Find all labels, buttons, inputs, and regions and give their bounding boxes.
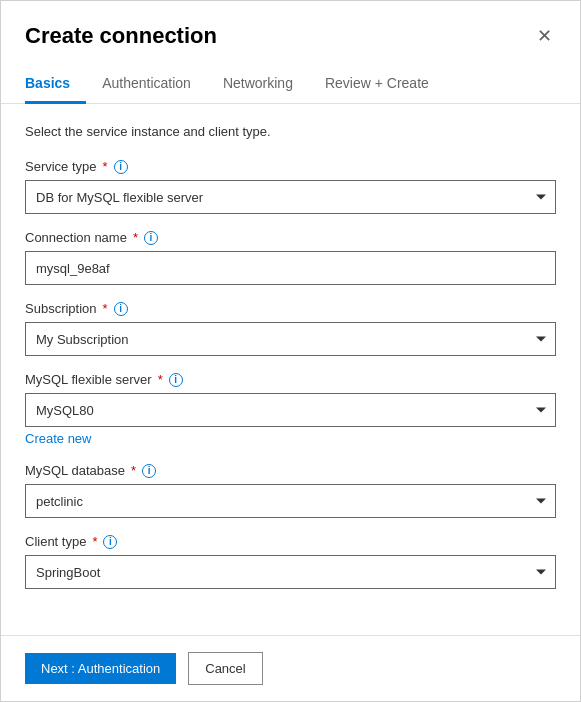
create-connection-dialog: Create connection ✕ Basics Authenticatio… (0, 0, 581, 702)
cancel-button[interactable]: Cancel (188, 652, 262, 685)
tab-review-create[interactable]: Review + Create (325, 67, 445, 104)
mysql-server-label: MySQL flexible server * i (25, 372, 556, 387)
client-type-select-wrapper: SpringBoot (25, 555, 556, 589)
tab-bar: Basics Authentication Networking Review … (1, 67, 580, 104)
client-type-label: Client type * i (25, 534, 556, 549)
required-indicator: * (103, 301, 108, 316)
service-type-select[interactable]: DB for MySQL flexible server (25, 180, 556, 214)
required-indicator: * (92, 534, 97, 549)
mysql-server-select[interactable]: MySQL80 (25, 393, 556, 427)
mysql-server-group: MySQL flexible server * i MySQL80 Create… (25, 372, 556, 447)
mysql-server-select-wrapper: MySQL80 (25, 393, 556, 427)
close-button[interactable]: ✕ (533, 21, 556, 51)
client-type-group: Client type * i SpringBoot (25, 534, 556, 589)
mysql-server-info-icon[interactable]: i (169, 373, 183, 387)
client-type-select[interactable]: SpringBoot (25, 555, 556, 589)
required-indicator: * (103, 159, 108, 174)
create-new-link[interactable]: Create new (25, 431, 91, 446)
subscription-label: Subscription * i (25, 301, 556, 316)
connection-name-info-icon[interactable]: i (144, 231, 158, 245)
tab-basics[interactable]: Basics (25, 67, 86, 104)
subscription-info-icon[interactable]: i (114, 302, 128, 316)
subscription-group: Subscription * i My Subscription (25, 301, 556, 356)
section-description: Select the service instance and client t… (25, 124, 556, 139)
mysql-database-select-wrapper: petclinic (25, 484, 556, 518)
dialog-title: Create connection (25, 23, 217, 49)
tab-networking[interactable]: Networking (223, 67, 309, 104)
service-type-group: Service type * i DB for MySQL flexible s… (25, 159, 556, 214)
service-type-info-icon[interactable]: i (114, 160, 128, 174)
dialog-body: Select the service instance and client t… (1, 104, 580, 635)
connection-name-label: Connection name * i (25, 230, 556, 245)
connection-name-input[interactable] (25, 251, 556, 285)
subscription-select[interactable]: My Subscription (25, 322, 556, 356)
required-indicator: * (133, 230, 138, 245)
mysql-database-select[interactable]: petclinic (25, 484, 556, 518)
tab-authentication[interactable]: Authentication (102, 67, 207, 104)
subscription-select-wrapper: My Subscription (25, 322, 556, 356)
service-type-select-wrapper: DB for MySQL flexible server (25, 180, 556, 214)
dialog-header: Create connection ✕ (1, 1, 580, 51)
client-type-info-icon[interactable]: i (103, 535, 117, 549)
connection-name-group: Connection name * i (25, 230, 556, 285)
mysql-database-label: MySQL database * i (25, 463, 556, 478)
next-authentication-button[interactable]: Next : Authentication (25, 653, 176, 684)
dialog-footer: Next : Authentication Cancel (1, 635, 580, 701)
close-icon: ✕ (537, 25, 552, 47)
service-type-label: Service type * i (25, 159, 556, 174)
required-indicator: * (131, 463, 136, 478)
required-indicator: * (158, 372, 163, 387)
mysql-database-group: MySQL database * i petclinic (25, 463, 556, 518)
mysql-database-info-icon[interactable]: i (142, 464, 156, 478)
